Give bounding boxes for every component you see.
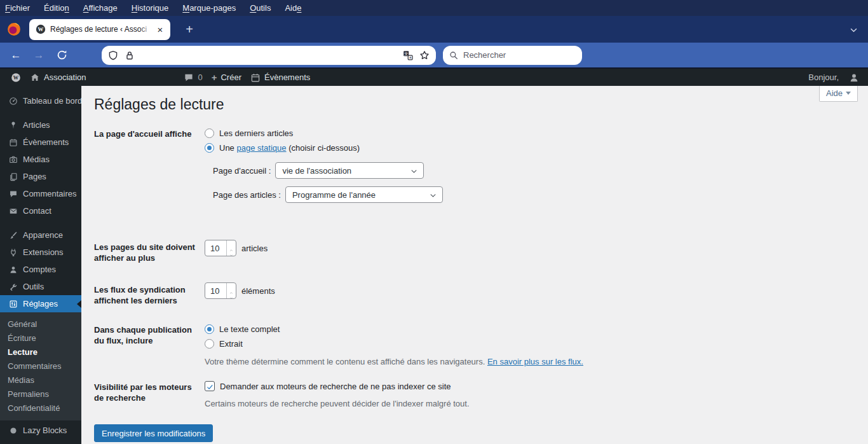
firefox-icon[interactable] — [7, 22, 21, 36]
sidebar-item-comptes[interactable]: Comptes — [0, 261, 81, 278]
sidebar-separator — [0, 219, 81, 226]
sidebar-item-reduire-le-menu[interactable]: Réduire le menu — [0, 439, 81, 444]
submenu-item-commentaires[interactable]: Commentaires — [0, 359, 81, 373]
adminbar-comments[interactable]: 0 — [179, 69, 207, 86]
circle-icon — [9, 426, 18, 435]
menu-marque-pages[interactable]: Marque-pages — [175, 0, 243, 16]
visibility-label: Visibilité par les moteurs de recherche — [94, 380, 205, 408]
checkbox-checked-icon[interactable] — [205, 381, 215, 391]
radio-icon[interactable] — [205, 339, 214, 349]
wp-logo-menu[interactable]: W — [6, 69, 25, 86]
calendar-icon — [9, 138, 18, 147]
feed-learn-more-link[interactable]: En savoir plus sur les flux. — [487, 357, 583, 366]
posts-page-select[interactable]: Programme de l'année — [285, 186, 443, 203]
sidebar-item-commentaires[interactable]: Commentaires — [0, 185, 81, 202]
chevron-down-icon[interactable] — [229, 292, 234, 295]
chevron-up-icon[interactable] — [229, 244, 234, 247]
menu-edition[interactable]: Édition — [37, 0, 76, 16]
feed-limit-input[interactable]: 10 — [205, 282, 236, 299]
feed-limit-value[interactable]: 10 — [205, 283, 226, 298]
wordpress-logo-icon: W — [11, 73, 21, 83]
sidebar-item-reglages[interactable]: Réglages — [0, 295, 81, 312]
radio-excerpt[interactable]: Extrait — [205, 337, 583, 350]
pushpin-icon — [9, 121, 18, 130]
browser-tab[interactable]: W Réglages de lecture ‹ Associ × — [29, 19, 170, 40]
static-page-selects: Page d'accueil : vie de l'association Pa… — [213, 162, 443, 203]
menu-affichage[interactable]: Affichage — [76, 0, 125, 16]
sidebar-item-lazy-blocks[interactable]: Lazy Blocks — [0, 422, 81, 439]
sidebar-item-label: Comptes — [23, 265, 56, 274]
menu-outils[interactable]: Outils — [243, 0, 278, 16]
pages-limit-input[interactable]: 10 — [205, 240, 236, 256]
radio-full-text-label: Le texte complet — [219, 324, 280, 334]
chevron-down-icon[interactable] — [229, 249, 234, 253]
radio-static-page[interactable]: Une page statique (choisir ci-dessous) — [205, 141, 443, 155]
back-button[interactable]: ← — [6, 46, 25, 65]
svg-text:W: W — [38, 26, 44, 32]
avatar — [849, 73, 859, 83]
sidebar-item-medias[interactable]: Médias — [0, 151, 81, 168]
radio-icon[interactable] — [205, 128, 214, 138]
adminbar-events[interactable]: Évènements — [246, 69, 315, 86]
submenu-item-permaliens[interactable]: Permaliens — [0, 387, 81, 401]
adminbar-account[interactable]: Bonjour, — [808, 73, 862, 83]
menu-aide[interactable]: Aide — [278, 0, 308, 16]
menu-fichier[interactable]: Fichier — [5, 0, 37, 16]
lock-icon[interactable] — [125, 50, 135, 60]
search-icon — [449, 51, 458, 60]
sidebar-item-tableau-de-bord[interactable]: Tableau de bord — [0, 92, 81, 109]
help-button[interactable]: Aide — [819, 86, 858, 102]
menu-historique[interactable]: Historique — [125, 0, 176, 16]
sidebar-item-contact[interactable]: Contact — [0, 202, 81, 219]
sidebar-item-evenements[interactable]: Évènements — [0, 134, 81, 151]
translate-icon[interactable]: 文a — [403, 50, 413, 60]
tracking-protection-icon[interactable] — [108, 50, 118, 60]
adminbar-new-content[interactable]: + Créer — [207, 69, 246, 86]
number-stepper[interactable] — [226, 283, 236, 298]
save-button[interactable]: Enregistrer les modifications — [94, 424, 213, 442]
sidebar-item-label: Évènements — [23, 137, 69, 147]
homepage-select[interactable]: vie de l'association — [275, 162, 424, 179]
chevron-up-icon[interactable] — [229, 287, 234, 290]
reload-button[interactable] — [52, 46, 71, 65]
search-bar[interactable] — [443, 46, 582, 65]
sidebar-item-pages[interactable]: Pages — [0, 168, 81, 185]
comment-count: 0 — [198, 73, 202, 82]
radio-icon-checked[interactable] — [205, 143, 214, 153]
visibility-note: Certains moteurs de recherche peuvent dé… — [205, 399, 470, 408]
url-input[interactable] — [141, 46, 397, 65]
radio-full-text[interactable]: Le texte complet — [205, 323, 583, 336]
bookmark-star-icon[interactable] — [419, 50, 430, 60]
envelope-icon — [9, 207, 18, 216]
submenu-item-ecriture[interactable]: Écriture — [0, 331, 81, 345]
comments-bubble-icon — [184, 73, 194, 83]
brush-icon — [9, 231, 18, 240]
sidebar-item-outils[interactable]: Outils — [0, 278, 81, 295]
search-input[interactable] — [463, 50, 576, 60]
submenu-item-general[interactable]: Général — [0, 317, 81, 331]
list-all-tabs-button[interactable] — [850, 25, 858, 34]
sidebar-item-extensions[interactable]: Extensions — [0, 244, 81, 261]
submenu-item-confidentialite[interactable]: Confidentialité — [0, 401, 81, 415]
forward-button[interactable]: → — [29, 46, 48, 65]
sidebar-item-apparence[interactable]: Apparence — [0, 226, 81, 244]
submenu-item-medias[interactable]: Médias — [0, 373, 81, 387]
adminbar-site-name[interactable]: Association — [25, 69, 90, 86]
settings-submenu: GénéralÉcritureLectureCommentairesMédias… — [0, 312, 81, 420]
new-tab-button[interactable]: + — [180, 22, 198, 37]
static-page-link[interactable]: page statique — [236, 143, 286, 153]
submenu-item-lecture[interactable]: Lecture — [0, 345, 81, 359]
tab-title: Réglages de lecture ‹ Associ — [50, 25, 153, 34]
url-bar[interactable]: 文a — [102, 46, 436, 65]
search-engine-visibility-option[interactable]: Demander aux moteurs de recherche de ne … — [205, 380, 470, 392]
homepage-row-label: La page d'accueil affiche — [94, 127, 205, 211]
number-stepper[interactable] — [226, 240, 236, 256]
pages-limit-value[interactable]: 10 — [205, 240, 226, 256]
tab-close-icon[interactable]: × — [154, 24, 166, 35]
reading-settings-form: La page d'accueil affiche Les derniers a… — [94, 127, 868, 442]
new-content-label: Créer — [220, 73, 241, 82]
radio-latest-posts[interactable]: Les derniers articles — [205, 127, 443, 140]
sidebar-item-articles[interactable]: Articles — [0, 116, 81, 134]
radio-icon-checked[interactable] — [205, 324, 214, 334]
chevron-down-icon — [410, 167, 417, 174]
